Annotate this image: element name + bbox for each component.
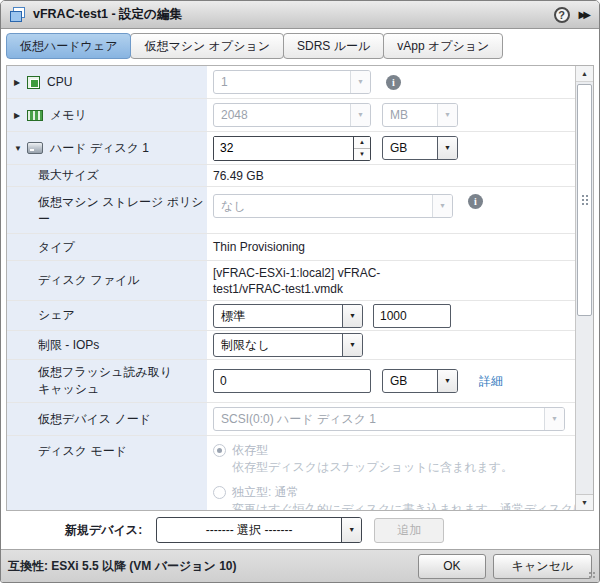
disk-file-label: ディスク ファイル — [38, 272, 140, 289]
tab-vm-options[interactable]: 仮想マシン オプション — [130, 33, 284, 59]
flash-cache-label: 仮想フラッシュ読み取り キャッシュ — [38, 364, 172, 398]
scrollbar-thumb[interactable] — [577, 84, 592, 316]
disk-size-spin-buttons: ▲ ▼ — [353, 137, 370, 160]
row-storage-policy: 仮想マシン ストレージ ポリシ ー なし ▼ i — [7, 187, 575, 234]
cpu-count-select[interactable]: 1 ▼ — [213, 70, 371, 94]
dialog-footer: 互換性: ESXi 5.5 以降 (VM バージョン 10) OK キャンセル — [1, 549, 599, 582]
disk-type-value: Thin Provisioning — [213, 240, 305, 254]
dependent-radio-desc: 依存型ディスクはスナップショットに含まれます。 — [213, 459, 575, 475]
disk-mode-label: ディスク モード — [38, 443, 127, 460]
expand-right-icon[interactable]: ▶ — [14, 78, 26, 87]
tab-sdrs-rules[interactable]: SDRS ルール — [283, 33, 384, 59]
max-size-value-cell: 76.49 GB — [207, 165, 575, 186]
vm-edit-icon — [9, 7, 26, 22]
max-size-label: 最大サイズ — [38, 167, 99, 184]
shares-level-select[interactable]: 標準 ▼ — [213, 304, 363, 328]
row-memory: ▶ メモリ 2048 ▼ MB ▼ — [7, 99, 575, 132]
row-limit-iops: 制限 - IOPs 制限なし ▼ — [7, 331, 575, 360]
row-disk-mode: ディスク モード 依存型 依存型ディスクはスナップショットに含まれます。 独立型… — [7, 436, 575, 510]
ok-button[interactable]: OK — [418, 554, 485, 579]
edit-settings-dialog: vFRAC-test1 - 設定の編集 ? ▶▶ 仮想ハードウェア 仮想マシン … — [0, 0, 600, 583]
cpu-info-icon[interactable]: i — [386, 75, 401, 90]
shares-label: シェア — [38, 307, 75, 324]
new-device-select[interactable]: ------- 選択 ------- ▼ — [156, 517, 362, 543]
spinner-up-icon[interactable]: ▲ — [354, 137, 370, 149]
hard-disk-label-cell: ▼ ハード ディスク 1 — [7, 132, 207, 164]
device-node-value-cell: SCSI(0:0) ハード ディスク 1 ▼ — [207, 403, 575, 435]
new-device-bar: 新規デバイス: ------- 選択 ------- ▼ 追加 — [1, 511, 599, 549]
row-shares: シェア 標準 ▼ — [7, 301, 575, 331]
disk-mode-value-cell: 依存型 依存型ディスクはスナップショットに含まれます。 独立型: 通常 変更はす… — [207, 436, 575, 510]
hard-disk-value-cell: ▲ ▼ GB ▼ — [207, 132, 575, 164]
hard-disk-label: ハード ディスク 1 — [50, 140, 149, 157]
shares-amount-input[interactable] — [373, 304, 451, 328]
chevron-down-icon: ▼ — [432, 195, 452, 217]
limit-iops-value-cell: 制限なし ▼ — [207, 331, 575, 359]
disk-mode-label-cell: ディスク モード — [7, 436, 207, 510]
row-disk-file: ディスク ファイル [vFRAC-ESXi-1:local2] vFRAC- t… — [7, 261, 575, 301]
device-node-label: 仮想デバイス ノード — [38, 411, 151, 428]
disk-size-input[interactable] — [214, 137, 353, 160]
scroll-up-icon[interactable]: ▲ — [576, 66, 593, 82]
flash-cache-label-cell: 仮想フラッシュ読み取り キャッシュ — [7, 360, 207, 402]
hardware-panel: ▶ CPU 1 ▼ i ▶ メモリ — [6, 65, 594, 511]
row-disk-type: タイプ Thin Provisioning — [7, 234, 575, 261]
scrollbar-track[interactable] — [576, 82, 593, 494]
scroll-down-icon[interactable]: ▼ — [576, 494, 593, 510]
disk-file-path: [vFRAC-ESXi-1:local2] vFRAC- test1/vFRAC… — [213, 265, 380, 297]
disk-size-stepper: ▲ ▼ — [213, 136, 371, 161]
chevron-down-icon: ▼ — [544, 408, 564, 430]
chevron-down-icon: ▼ — [437, 104, 457, 126]
disk-type-value-cell: Thin Provisioning — [207, 234, 575, 260]
limit-iops-select[interactable]: 制限なし ▼ — [213, 333, 363, 357]
cpu-icon — [27, 76, 40, 89]
spinner-down-icon[interactable]: ▼ — [354, 149, 370, 160]
compatibility-text: 互換性: ESXi 5.5 以降 (VM バージョン 10) — [8, 558, 418, 575]
tab-bar: 仮想ハードウェア 仮想マシン オプション SDRS ルール vApp オプション — [1, 29, 599, 63]
row-flash-cache: 仮想フラッシュ読み取り キャッシュ GB ▼ 詳細 — [7, 360, 575, 403]
disk-type-label-cell: タイプ — [7, 234, 207, 260]
device-node-label-cell: 仮想デバイス ノード — [7, 403, 207, 435]
disk-type-label: タイプ — [38, 239, 75, 256]
cpu-value-cell: 1 ▼ i — [207, 66, 575, 98]
memory-size-select[interactable]: 2048 ▼ — [213, 103, 371, 127]
hard-disk-icon — [27, 142, 43, 154]
row-hard-disk: ▼ ハード ディスク 1 ▲ ▼ GB ▼ — [7, 132, 575, 165]
chevron-down-icon: ▼ — [342, 334, 362, 356]
resize-grip[interactable] — [593, 572, 595, 574]
disk-mode-option-independent: 独立型: 通常 — [213, 484, 575, 501]
radio-unselected-icon[interactable] — [213, 486, 226, 499]
expand-down-icon[interactable]: ▼ — [14, 144, 26, 153]
cancel-button[interactable]: キャンセル — [493, 554, 592, 579]
memory-label: メモリ — [50, 107, 87, 124]
device-node-select[interactable]: SCSI(0:0) ハード ディスク 1 ▼ — [213, 407, 565, 431]
memory-unit-select[interactable]: MB ▼ — [382, 103, 458, 127]
disk-mode-option-dependent: 依存型 — [213, 442, 575, 459]
radio-selected-icon[interactable] — [213, 444, 226, 457]
storage-policy-select[interactable]: なし ▼ — [213, 194, 453, 218]
chevron-down-icon: ▼ — [341, 518, 361, 542]
chevron-down-icon: ▼ — [437, 137, 457, 159]
independent-radio-desc: 変更はすぐ恒久的にディスクに書き込まれます。通常ディスクは — [213, 501, 575, 510]
cpu-label: CPU — [47, 75, 72, 89]
dialog-titlebar: vFRAC-test1 - 設定の編集 ? ▶▶ — [1, 1, 599, 29]
collapse-double-arrow-icon[interactable]: ▶▶ — [579, 9, 591, 20]
storage-policy-info-icon[interactable]: i — [468, 194, 483, 209]
chevron-down-icon: ▼ — [350, 104, 370, 126]
add-device-button[interactable]: 追加 — [374, 518, 444, 543]
max-size-label-cell: 最大サイズ — [7, 165, 207, 186]
chevron-down-icon: ▼ — [437, 370, 457, 392]
tab-virtual-hardware[interactable]: 仮想ハードウェア — [6, 33, 131, 59]
tab-vapp-options[interactable]: vApp オプション — [383, 33, 503, 59]
expand-right-icon[interactable]: ▶ — [14, 111, 26, 120]
details-link[interactable]: 詳細 — [479, 373, 503, 390]
storage-policy-value-cell: なし ▼ i — [207, 187, 575, 233]
flash-cache-input[interactable] — [213, 369, 371, 393]
max-size-value: 76.49 GB — [213, 169, 264, 183]
shares-value-cell: 標準 ▼ — [207, 301, 575, 330]
shares-label-cell: シェア — [7, 301, 207, 330]
disk-unit-select[interactable]: GB ▼ — [382, 136, 458, 160]
flash-cache-unit-select[interactable]: GB ▼ — [382, 369, 458, 393]
help-icon[interactable]: ? — [554, 7, 570, 23]
new-device-label: 新規デバイス: — [65, 522, 142, 539]
